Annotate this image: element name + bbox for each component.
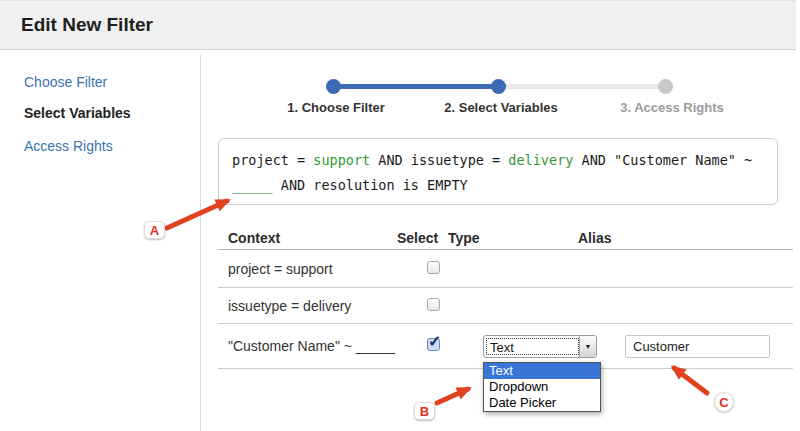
- context-cell: project = support: [218, 261, 397, 277]
- sidebar-item-select-variables[interactable]: Select Variables: [24, 105, 131, 121]
- edit-filter-dialog: Edit New Filter Choose Filter Select Var…: [0, 0, 800, 431]
- jql-query-box: project = support AND issuetype = delive…: [218, 138, 778, 205]
- type-select-menu: Text Dropdown Date Picker: [483, 362, 601, 412]
- column-header-select: Select: [397, 230, 448, 246]
- stepper-track-progress: [333, 84, 498, 89]
- annotation-arrow-a: [167, 201, 227, 228]
- alias-input[interactable]: [625, 335, 770, 358]
- context-cell: "Customer Name" ~ _____: [218, 338, 397, 354]
- table-row: issuetype = delivery: [218, 288, 793, 324]
- annotation-label-c: C: [714, 392, 734, 412]
- step-dot-select-variables: [491, 79, 506, 94]
- sidebar-item-access-rights[interactable]: Access Rights: [24, 138, 113, 154]
- jql-keyword-support: support: [313, 152, 370, 168]
- sidebar-divider: [200, 55, 201, 431]
- jql-text: AND issuetype =: [370, 152, 508, 168]
- annotation-arrow-c: [674, 368, 707, 393]
- select-checkbox[interactable]: [427, 338, 440, 351]
- select-checkbox[interactable]: [427, 298, 440, 311]
- table-row: project = support: [218, 250, 793, 288]
- type-select-value: Text: [486, 338, 579, 355]
- step-label-select-variables: 2. Select Variables: [431, 100, 571, 115]
- step-dot-access-rights: [658, 79, 673, 94]
- jql-variable-blank: _____: [232, 177, 273, 193]
- table-header-row: Context Select Type Alias: [218, 226, 793, 250]
- table-row: "Customer Name" ~ _____ Text ▼ Text Drop…: [218, 324, 793, 369]
- menu-option-date-picker[interactable]: Date Picker: [484, 395, 600, 411]
- jql-text: AND resolution is EMPTY: [273, 177, 468, 193]
- annotation-arrow-b: [437, 389, 468, 403]
- column-header-type: Type: [448, 230, 578, 246]
- column-header-context: Context: [218, 230, 397, 246]
- page-title: Edit New Filter: [0, 1, 796, 49]
- jql-text: project =: [232, 152, 313, 168]
- select-checkbox[interactable]: [427, 261, 440, 274]
- jql-text: AND "Customer Name" ~: [573, 152, 752, 168]
- context-cell: issuetype = delivery: [218, 298, 397, 314]
- menu-option-dropdown[interactable]: Dropdown: [484, 379, 600, 395]
- dialog-header: Edit New Filter: [0, 0, 796, 50]
- column-header-alias: Alias: [578, 230, 793, 246]
- annotation-label-b: B: [414, 402, 435, 420]
- variables-table: Context Select Type Alias project = supp…: [218, 226, 793, 369]
- step-dot-choose-filter: [326, 79, 341, 94]
- step-label-choose-filter: 1. Choose Filter: [266, 100, 406, 115]
- step-label-access-rights: 3. Access Rights: [602, 100, 742, 115]
- menu-option-text[interactable]: Text: [484, 363, 600, 379]
- sidebar-item-choose-filter[interactable]: Choose Filter: [24, 74, 107, 90]
- jql-keyword-delivery: delivery: [508, 152, 573, 168]
- annotation-label-a: A: [144, 221, 165, 239]
